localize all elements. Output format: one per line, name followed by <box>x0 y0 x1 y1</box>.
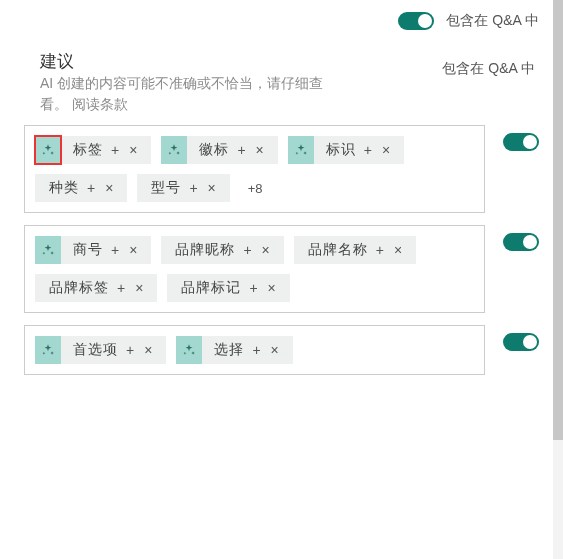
top-bar: 包含在 Q&A 中 <box>0 0 563 42</box>
chip-label: 标签 <box>69 141 107 159</box>
close-icon[interactable]: × <box>376 142 396 158</box>
sparkle-icon <box>288 136 314 164</box>
chip-label: 首选项 <box>69 341 122 359</box>
close-icon[interactable]: × <box>123 142 143 158</box>
plus-icon[interactable]: + <box>248 342 264 358</box>
sparkle-icon <box>161 136 187 164</box>
chip-label: 商号 <box>69 241 107 259</box>
group-toggle-wrap <box>503 325 539 351</box>
synonym-group: 首选项+×选择+× <box>24 325 539 375</box>
sparkle-icon <box>35 236 61 264</box>
chips-box: 商号+×品牌昵称+×品牌名称+×品牌标签+×品牌标记+× <box>24 225 485 313</box>
chip-label: 品牌标记 <box>177 279 245 297</box>
synonym-chip[interactable]: 种类+× <box>35 174 127 202</box>
plus-icon[interactable]: + <box>185 180 201 196</box>
group-toggle[interactable] <box>503 133 539 151</box>
plus-icon[interactable]: + <box>107 242 123 258</box>
close-icon[interactable]: × <box>262 280 282 296</box>
synonym-chip[interactable]: 品牌昵称+× <box>161 236 283 264</box>
suggest-right-label: 包含在 Q&A 中 <box>442 50 539 78</box>
group-toggle[interactable] <box>503 233 539 251</box>
close-icon[interactable]: × <box>265 342 285 358</box>
plus-icon[interactable]: + <box>83 180 99 196</box>
plus-icon[interactable]: + <box>245 280 261 296</box>
close-icon[interactable]: × <box>129 280 149 296</box>
chip-label: 型号 <box>147 179 185 197</box>
close-icon[interactable]: × <box>256 242 276 258</box>
chip-label: 品牌标签 <box>45 279 113 297</box>
sparkle-icon <box>35 136 61 164</box>
synonym-chip[interactable]: 品牌标记+× <box>167 274 289 302</box>
close-icon[interactable]: × <box>250 142 270 158</box>
scrollbar-track[interactable] <box>553 0 563 559</box>
close-icon[interactable]: × <box>202 180 222 196</box>
close-icon[interactable]: × <box>138 342 158 358</box>
synonym-chip[interactable]: 商号+× <box>35 236 151 264</box>
synonym-chip[interactable]: 型号+× <box>137 174 229 202</box>
plus-icon[interactable]: + <box>372 242 388 258</box>
synonym-chip[interactable]: 选择+× <box>176 336 292 364</box>
sparkle-icon <box>176 336 202 364</box>
sparkle-icon <box>35 336 61 364</box>
suggest-left: 建议 AI 创建的内容可能不准确或不恰当，请仔细查看。 阅读条款 <box>40 50 442 115</box>
close-icon[interactable]: × <box>388 242 408 258</box>
suggest-subtitle: AI 创建的内容可能不准确或不恰当，请仔细查看。 阅读条款 <box>40 73 340 115</box>
synonym-group: 商号+×品牌昵称+×品牌名称+×品牌标签+×品牌标记+× <box>24 225 539 313</box>
synonym-chip[interactable]: 标识+× <box>288 136 404 164</box>
synonym-chip[interactable]: 徽标+× <box>161 136 277 164</box>
group-toggle[interactable] <box>503 333 539 351</box>
read-terms-link[interactable]: 阅读条款 <box>72 96 128 112</box>
chip-label: 种类 <box>45 179 83 197</box>
chip-label: 品牌昵称 <box>171 241 239 259</box>
plus-icon[interactable]: + <box>360 142 376 158</box>
group-toggle-wrap <box>503 225 539 251</box>
synonym-chip[interactable]: 品牌标签+× <box>35 274 157 302</box>
scrollbar-thumb[interactable] <box>553 0 563 440</box>
plus-icon[interactable]: + <box>107 142 123 158</box>
more-count-pill[interactable]: +8 <box>240 174 271 202</box>
chips-box: 首选项+×选择+× <box>24 325 485 375</box>
group-toggle-wrap <box>503 125 539 151</box>
synonym-chip[interactable]: 品牌名称+× <box>294 236 416 264</box>
chip-label: 选择 <box>210 341 248 359</box>
plus-icon[interactable]: + <box>239 242 255 258</box>
close-icon[interactable]: × <box>99 180 119 196</box>
chip-label: 品牌名称 <box>304 241 372 259</box>
qa-toggle-label-top: 包含在 Q&A 中 <box>446 12 539 30</box>
chips-box: 标签+×徽标+×标识+×种类+×型号+×+8 <box>24 125 485 213</box>
close-icon[interactable]: × <box>123 242 143 258</box>
suggest-title: 建议 <box>40 50 442 73</box>
suggest-header: 建议 AI 创建的内容可能不准确或不恰当，请仔细查看。 阅读条款 包含在 Q&A… <box>0 42 563 125</box>
synonym-group: 标签+×徽标+×标识+×种类+×型号+×+8 <box>24 125 539 213</box>
chip-label: 标识 <box>322 141 360 159</box>
chip-label: 徽标 <box>195 141 233 159</box>
plus-icon[interactable]: + <box>113 280 129 296</box>
qa-toggle-top[interactable] <box>398 12 434 30</box>
synonym-chip[interactable]: 标签+× <box>35 136 151 164</box>
plus-icon[interactable]: + <box>122 342 138 358</box>
plus-icon[interactable]: + <box>233 142 249 158</box>
synonym-chip[interactable]: 首选项+× <box>35 336 166 364</box>
